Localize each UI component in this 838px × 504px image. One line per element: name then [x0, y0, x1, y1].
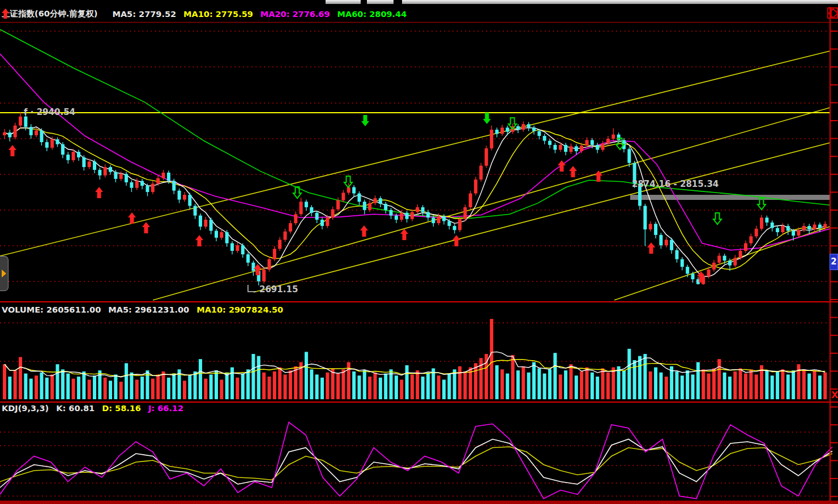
volume-ma10-value: MA10: 2907824.50	[196, 305, 283, 314]
kdj-k-value: K: 60.81	[56, 404, 95, 413]
kdj-header: KDJ(9,3,3) K: 60.81 D: 58.16 J: 66.12	[2, 404, 183, 413]
volume-value: VOLUME: 2605611.00	[2, 305, 101, 314]
ma20-value: MA20: 2776.69	[260, 10, 330, 19]
volume-header: VOLUME: 2605611.00 MA5: 2961231.00 MA10:…	[2, 305, 283, 314]
ma5-value: MA5: 2779.52	[112, 10, 176, 19]
axis-price-badge: 2	[830, 254, 838, 270]
trading-terminal: 上证指数(60分钟.前复权) MA5: 2779.52 MA10: 2775.5…	[0, 0, 838, 504]
expand-right-icon	[2, 270, 6, 277]
ma60-value: MA60: 2809.44	[337, 10, 407, 19]
instrument-title: 上证指数(60分钟.前复权)	[2, 8, 97, 19]
peak-value: 2940.54	[37, 107, 75, 117]
main-chart-header: 上证指数(60分钟.前复权) MA5: 2779.52 MA10: 2775.5…	[2, 8, 407, 19]
peak-price-label: f · 2940.54	[24, 107, 75, 117]
volume-ma5-value: MA5: 2961231.00	[108, 305, 189, 314]
panel-close-icon[interactable]: X	[831, 390, 838, 400]
range-price-label: 2874.16 - 2815.34	[632, 179, 719, 189]
trough-price-label: 2691.15	[259, 284, 298, 294]
chart-canvas[interactable]	[0, 0, 838, 504]
kdj-label: KDJ(9,3,3)	[2, 404, 49, 413]
sidebar-slide-tab[interactable]	[0, 256, 8, 291]
kdj-j-value: J: 66.12	[148, 404, 183, 413]
kdj-d-value: D: 58.16	[102, 404, 141, 413]
peak-marker: f ·	[24, 107, 33, 117]
ma10-value: MA10: 2775.59	[183, 10, 253, 19]
